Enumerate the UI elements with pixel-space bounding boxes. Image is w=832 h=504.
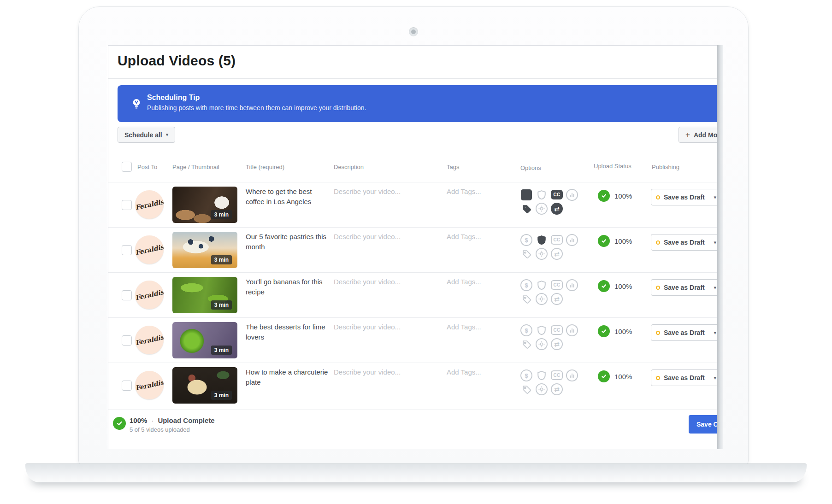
page-avatar: Feraldis xyxy=(135,235,164,264)
upload-percent: 100% xyxy=(614,282,632,290)
page-name: Feraldis xyxy=(135,198,164,211)
page-avatar: Feraldis xyxy=(135,371,164,399)
tags-field[interactable]: Add Tags... xyxy=(447,322,516,332)
header-page-thumbnail: Page / Thumbnail xyxy=(172,164,219,170)
insights-icon[interactable] xyxy=(566,369,578,381)
crosspost-icon[interactable]: ⇄ xyxy=(551,383,563,395)
captions-icon[interactable]: CC xyxy=(551,370,563,380)
captions-icon[interactable]: CC xyxy=(551,325,563,335)
description-field[interactable]: Describe your video... xyxy=(334,277,426,287)
captions-icon[interactable]: CC xyxy=(551,280,563,290)
upload-percent: 100% xyxy=(614,328,632,335)
publishing-dropdown[interactable]: Save as Draft ▾ xyxy=(651,189,721,205)
title-field[interactable]: You'll go bananas for this recipe xyxy=(246,277,330,297)
tags-field[interactable]: Add Tags... xyxy=(447,277,516,287)
upload-complete-icon xyxy=(598,325,610,337)
tag-icon[interactable] xyxy=(520,383,532,395)
title-field[interactable]: How to make a charcuterie plate xyxy=(246,367,330,387)
row-checkbox[interactable] xyxy=(122,200,132,210)
row-checkbox[interactable] xyxy=(122,290,132,300)
tag-icon[interactable] xyxy=(520,203,532,215)
tag-icon[interactable] xyxy=(520,248,532,260)
row-checkbox[interactable] xyxy=(122,335,132,346)
page-name: Feraldis xyxy=(135,379,164,392)
description-field[interactable]: Describe your video... xyxy=(334,232,426,242)
monetization-icon[interactable]: $ xyxy=(520,234,532,246)
monetization-icon[interactable]: $ xyxy=(520,279,532,291)
publishing-dropdown[interactable]: Save as Draft ▾ xyxy=(651,234,721,251)
laptop-base xyxy=(25,463,807,482)
laptop-screen: Upload Videos (5) Scheduling Tip Publish… xyxy=(108,45,723,449)
scrollbar[interactable] xyxy=(717,45,723,449)
insights-icon[interactable] xyxy=(566,324,578,336)
description-field[interactable]: Describe your video... xyxy=(334,322,426,332)
header-tags: Tags xyxy=(447,164,459,170)
duration-badge: 3 min xyxy=(211,300,232,310)
laptop-camera xyxy=(409,27,418,36)
title-field[interactable]: Our 5 favorite pastries this month xyxy=(246,232,330,252)
360-video-icon[interactable] xyxy=(536,203,548,215)
video-thumbnail: 3 min xyxy=(172,367,237,404)
insights-icon[interactable] xyxy=(566,189,578,201)
tag-icon[interactable] xyxy=(520,293,532,305)
360-video-icon[interactable] xyxy=(536,383,548,395)
publishing-label: Save as Draft xyxy=(664,284,705,291)
description-field[interactable]: Describe your video... xyxy=(334,367,426,377)
upload-detail-text: 5 of 5 videos uploaded xyxy=(130,426,190,433)
360-video-icon[interactable] xyxy=(536,248,548,260)
publishing-dropdown[interactable]: Save as Draft ▾ xyxy=(651,369,721,386)
rights-manager-shield-icon[interactable] xyxy=(536,324,548,336)
360-video-icon[interactable] xyxy=(536,293,548,305)
rights-manager-shield-icon[interactable] xyxy=(536,279,548,291)
total-upload-percent: 100% xyxy=(130,416,147,424)
schedule-all-button[interactable]: Schedule all ▾ xyxy=(118,127,175,143)
chevron-down-icon: ▾ xyxy=(714,240,716,245)
captions-icon[interactable]: CC xyxy=(551,235,563,245)
insights-icon[interactable] xyxy=(566,279,578,291)
chevron-down-icon: ▾ xyxy=(714,375,716,381)
captions-icon[interactable]: CC xyxy=(551,190,563,199)
page-name: Feraldis xyxy=(135,243,164,257)
publishing-dropdown[interactable]: Save as Draft ▾ xyxy=(651,324,721,341)
monetization-icon[interactable]: $ xyxy=(520,369,532,381)
video-thumbnail: 3 min xyxy=(172,232,237,268)
banner-message: Publishing posts with more time between … xyxy=(147,104,366,111)
tags-field[interactable]: Add Tags... xyxy=(447,232,516,242)
table-row: Feraldis 3 min Our 5 favorite pastries t… xyxy=(108,228,723,273)
row-checkbox[interactable] xyxy=(122,245,132,255)
monetization-icon[interactable]: $ xyxy=(521,189,532,200)
upload-percent: 100% xyxy=(614,237,632,245)
draft-status-icon xyxy=(656,331,660,335)
rights-manager-shield-icon[interactable] xyxy=(536,234,548,246)
page-name: Feraldis xyxy=(135,288,164,302)
video-thumbnail: 3 min xyxy=(172,277,237,313)
crosspost-icon[interactable]: ⇄ xyxy=(551,248,563,260)
monetization-icon[interactable]: $ xyxy=(520,324,532,336)
table-row: Feraldis 3 min How to make a charcuterie… xyxy=(108,363,723,408)
duration-badge: 3 min xyxy=(211,255,232,264)
chevron-down-icon: ▾ xyxy=(166,132,169,137)
tags-field[interactable]: Add Tags... xyxy=(447,187,516,197)
schedule-all-label: Schedule all xyxy=(124,131,162,139)
tag-icon[interactable] xyxy=(520,338,532,350)
tags-field[interactable]: Add Tags... xyxy=(447,367,516,377)
description-field[interactable]: Describe your video... xyxy=(334,187,426,197)
page-avatar: Feraldis xyxy=(135,281,164,309)
rights-manager-shield-icon[interactable] xyxy=(536,369,548,381)
row-checkbox[interactable] xyxy=(122,381,132,391)
crosspost-icon[interactable]: ⇄ xyxy=(551,338,563,350)
banner-title: Scheduling Tip xyxy=(147,94,200,102)
lightbulb-icon xyxy=(130,98,142,110)
publishing-dropdown[interactable]: Save as Draft ▾ xyxy=(651,279,721,296)
select-all-checkbox[interactable] xyxy=(122,162,132,172)
page-avatar: Feraldis xyxy=(135,190,164,219)
add-more-button[interactable]: + Add More xyxy=(679,127,723,143)
rights-manager-shield-icon[interactable] xyxy=(536,189,548,201)
crosspost-icon[interactable]: ⇄ xyxy=(551,203,563,215)
insights-icon[interactable] xyxy=(566,234,578,246)
360-video-icon[interactable] xyxy=(536,338,548,350)
duration-badge: 3 min xyxy=(211,346,232,355)
title-field[interactable]: The best desserts for lime lovers xyxy=(246,322,330,342)
title-field[interactable]: Where to get the best coffee in Los Ange… xyxy=(246,187,330,207)
crosspost-icon[interactable]: ⇄ xyxy=(551,293,563,305)
